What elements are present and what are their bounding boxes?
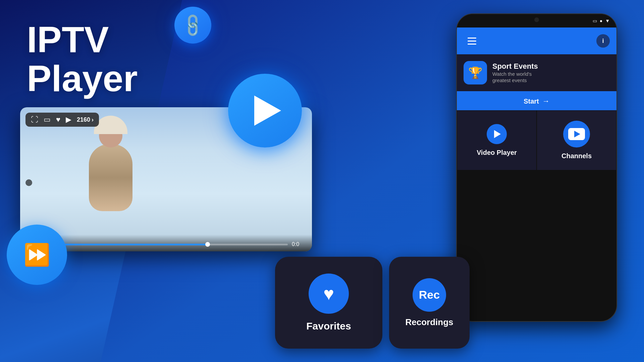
app-grid: Video Player Channels (457, 110, 616, 170)
menu-line-1 (468, 38, 476, 39)
title-line2: Player (27, 59, 138, 98)
favorite-icon[interactable]: ♥ (56, 115, 60, 124)
signal-icon: ● (600, 18, 602, 23)
recordings-card[interactable]: Rec Recordings (389, 257, 470, 349)
sport-text: Sport Events Watch the world'sgreatest e… (492, 62, 610, 84)
favorites-icon-bg: ♥ (309, 274, 349, 314)
person-head (99, 124, 122, 147)
time-end: 0:0 (292, 241, 305, 247)
channels-icon (568, 128, 585, 140)
favorites-label: Favorites (306, 320, 351, 332)
progress-bar-container: 0:20 0:0 (27, 241, 305, 247)
info-button[interactable]: i (596, 34, 610, 48)
heart-icon: ♥ (323, 283, 334, 304)
link-button[interactable]: 🔗 (174, 7, 211, 44)
fullscreen-icon[interactable]: ⛶ (31, 115, 38, 124)
progress-fill (44, 244, 210, 245)
phone-mockup: ▭ ● ▼ i 🏆 Sport Events Watch the world's… (456, 13, 617, 322)
recordings-icon-bg: Rec (413, 278, 446, 312)
start-button[interactable]: Start → (457, 92, 616, 110)
sport-events-card[interactable]: 🏆 Sport Events Watch the world'sgreatest… (457, 54, 616, 92)
video-player-item[interactable]: Video Player (457, 110, 537, 170)
progress-bar[interactable] (44, 244, 288, 245)
menu-button[interactable] (464, 33, 480, 49)
person-body (89, 144, 132, 211)
recordings-label: Recordings (405, 317, 453, 327)
playlist-icon[interactable]: ▶ (66, 115, 71, 124)
channels-icon-bg (563, 121, 590, 147)
sport-title: Sport Events (492, 62, 610, 71)
channels-label: Channels (561, 152, 592, 160)
fastforward-button[interactable]: ⏩ (7, 225, 67, 285)
sport-icon-bg: 🏆 (464, 61, 487, 84)
link-icon: 🔗 (179, 11, 207, 39)
channels-play-triangle (574, 131, 580, 137)
play-triangle (494, 130, 501, 138)
channels-item[interactable]: Channels (537, 110, 616, 170)
video-person (80, 124, 141, 231)
wifi-icon: ▼ (605, 18, 610, 23)
video-dot (25, 179, 32, 186)
rec-icon: Rec (419, 288, 440, 301)
play-button-large[interactable] (228, 74, 302, 147)
fastforward-icon: ⏩ (23, 242, 50, 267)
phone-header: i (457, 27, 616, 54)
pip-icon[interactable]: ▭ (44, 115, 51, 124)
video-toolbar: ⛶ ▭ ♥ ▶ 2160 › (25, 113, 99, 127)
trophy-icon: 🏆 (468, 66, 482, 79)
floating-cards: ♥ Favorites Rec Recordings (275, 257, 470, 349)
start-arrow-icon: → (542, 97, 550, 106)
progress-thumb[interactable] (205, 242, 210, 247)
title-line1: IPTV (27, 20, 138, 59)
sport-subtitle: Watch the world'sgreatest events (492, 71, 610, 84)
video-player-icon (487, 124, 507, 144)
menu-line-3 (468, 44, 476, 45)
phone-camera (534, 17, 539, 22)
video-player-label: Video Player (477, 149, 517, 157)
resolution-badge: 2160 › (77, 116, 94, 123)
app-title: IPTV Player (27, 20, 138, 98)
battery-icon: ▭ (593, 18, 597, 23)
menu-line-2 (468, 41, 476, 42)
play-triangle-icon (254, 96, 281, 126)
favorites-card[interactable]: ♥ Favorites (275, 257, 382, 349)
